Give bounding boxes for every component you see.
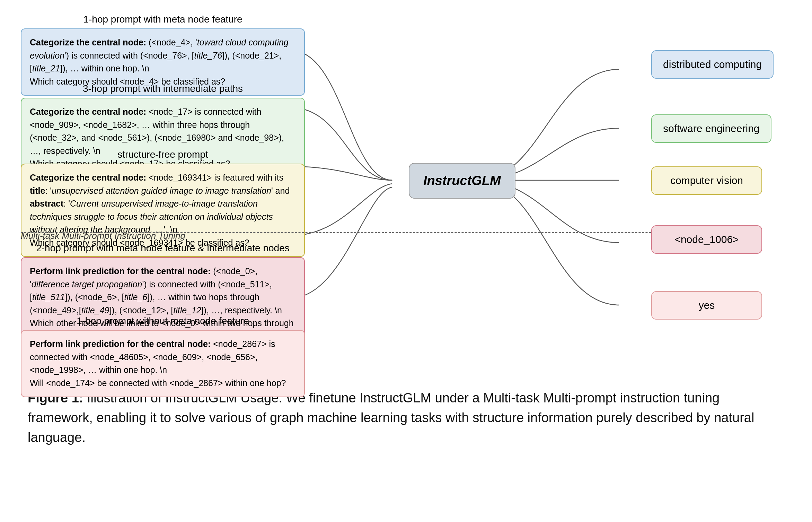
right-node-4: <node_1006> <box>651 225 762 254</box>
box3-label: structure-free prompt <box>21 149 305 160</box>
right-node-2-label: software engineering <box>663 123 760 134</box>
diagram-area: 1-hop prompt with meta node feature Cate… <box>21 14 791 378</box>
right-node-2: software engineering <box>651 114 771 143</box>
box4-label: 2-hop prompt with meta node feature & in… <box>21 243 305 254</box>
box5-wrapper: 1-hop prompt without meta node feature P… <box>21 315 305 400</box>
central-node-label: InstructGLM <box>423 173 501 188</box>
box5-content: Perform link prediction for the central … <box>21 330 305 397</box>
box5-label: 1-hop prompt without meta node feature <box>21 315 305 327</box>
box1-label: 1-hop prompt with meta node feature <box>21 14 305 25</box>
box2-label: 3-hop prompt with intermediate paths <box>21 83 305 94</box>
right-node-4-label: <node_1006> <box>674 234 739 245</box>
right-node-5: yes <box>651 291 762 320</box>
multitask-label: Multi-task Multi-prompt Instruction Tuni… <box>21 230 185 241</box>
right-node-5-label: yes <box>699 299 715 311</box>
right-node-3: computer vision <box>651 166 762 195</box>
right-node-1-label: distributed computing <box>663 59 762 70</box>
right-node-1: distributed computing <box>651 50 774 79</box>
central-node: InstructGLM <box>409 163 515 199</box>
right-node-3-label: computer vision <box>670 175 743 186</box>
